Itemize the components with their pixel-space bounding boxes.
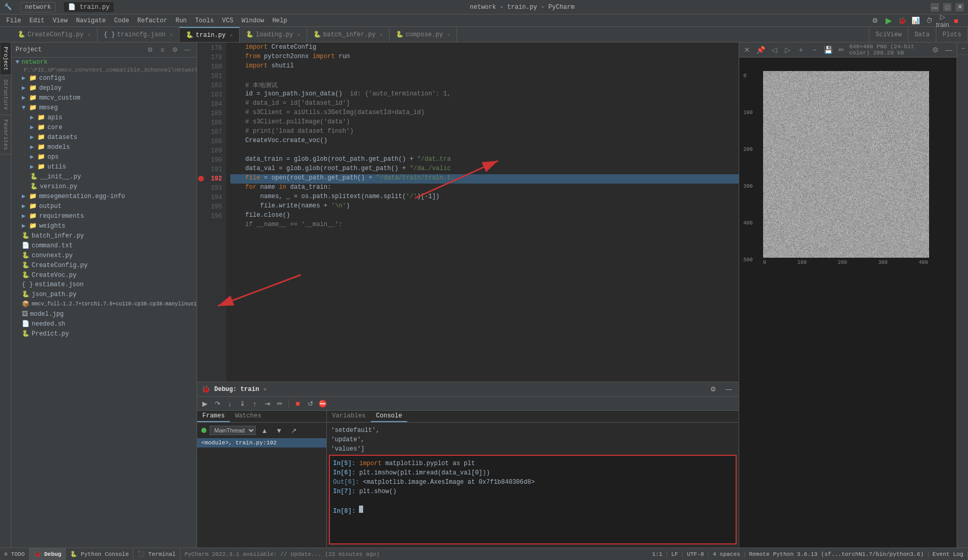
status-event-log[interactable]: Event Log <box>929 551 968 557</box>
restart-debug-button[interactable]: ↺ <box>305 398 316 409</box>
tab-frames[interactable]: Frames <box>197 411 230 422</box>
tree-ops[interactable]: ▶ 📁 ops <box>11 152 197 162</box>
tab-loading[interactable]: 🐍 loading.py ✕ <box>240 27 307 42</box>
tab-console[interactable]: Console <box>371 411 407 422</box>
settings-button[interactable]: ⚙ <box>869 15 881 26</box>
menu-vcs[interactable]: VCS <box>218 16 238 25</box>
stop-debug-button[interactable]: ■ <box>292 398 303 409</box>
tab-traincfg[interactable]: { } traincfg.json ✕ <box>98 27 179 42</box>
tab-compose[interactable]: 🐍 compose.py ✕ <box>390 27 457 42</box>
tree-command-txt[interactable]: 📄 command.txt <box>11 241 197 250</box>
status-line-endings[interactable]: LF <box>667 551 683 557</box>
sciview-prev-btn[interactable]: ◁ <box>768 44 780 55</box>
thread-selector[interactable]: MainThread <box>210 426 256 435</box>
tree-mmseg[interactable]: ▼ 📁 mmseg <box>11 103 197 113</box>
minimize-button[interactable]: — <box>931 3 939 11</box>
tree-output[interactable]: ▶ 📁 output <box>11 201 197 211</box>
sciview-close-btn[interactable]: ✕ <box>741 44 753 55</box>
tab-watches[interactable]: Watches <box>230 411 266 422</box>
resume-button[interactable]: ▶ <box>199 398 211 409</box>
menu-view[interactable]: View <box>49 16 72 25</box>
debug-run-button[interactable]: 🐞 <box>896 15 908 26</box>
step-out-button[interactable]: ↑ <box>249 398 260 409</box>
status-todo[interactable]: ≡ TODO <box>0 548 30 560</box>
tree-mmcv-whl[interactable]: 📦 mmcv_full-1.2.7+torch1.7.0+cu110-cp38-… <box>11 299 197 309</box>
tab-data[interactable]: Data <box>908 27 936 42</box>
tree-estimate-json[interactable]: { } estimate.json <box>11 280 197 289</box>
tree-predict-py[interactable]: 🐍 Predict.py <box>11 329 197 339</box>
sciview-pin-btn[interactable]: 📌 <box>755 44 766 55</box>
tree-utils[interactable]: ▶ 📁 utils <box>11 162 197 172</box>
mute-breakpoints-button[interactable]: ⛔ <box>317 398 328 409</box>
run-button[interactable]: ▶ <box>883 15 894 26</box>
code-content[interactable]: import CreateConfig from pytorch2onnx im… <box>226 43 739 382</box>
stop-button[interactable]: ■ <box>950 15 962 26</box>
menu-refactor[interactable]: Refactor <box>133 16 172 25</box>
tree-needed-sh[interactable]: 📄 needed.sh <box>11 319 197 329</box>
tree-mmcv-custom[interactable]: ▶ 📁 mmcv_custom <box>11 93 197 103</box>
menu-code[interactable]: Code <box>110 16 133 25</box>
sciview-zoom-out-btn[interactable]: − <box>809 44 820 55</box>
maximize-button[interactable]: □ <box>943 3 951 11</box>
menu-run[interactable]: Run <box>171 16 191 25</box>
force-step-into-button[interactable]: ⇓ <box>237 398 248 409</box>
thread-down[interactable]: ▼ <box>273 425 285 436</box>
right-tab-notifications[interactable]: ! <box>958 43 968 55</box>
thread-scroll-to[interactable]: ↗ <box>288 425 299 436</box>
tab-close-batch[interactable]: ✕ <box>380 32 383 38</box>
tree-createvoc-py[interactable]: 🐍 CreateVoc.py <box>11 270 197 280</box>
tree-requirements[interactable]: ▶ 📁 requirements <box>11 211 197 221</box>
tab-close-createconfig[interactable]: ✕ <box>88 32 91 38</box>
tree-version[interactable]: 🐍 version.py <box>11 181 197 191</box>
sidebar-tab-structure[interactable]: Structure <box>1 75 11 115</box>
sciview-settings-btn[interactable]: ⚙ <box>930 44 941 55</box>
coverage-button[interactable]: 📊 <box>910 15 921 26</box>
tab-close-loading[interactable]: ✕ <box>297 32 300 38</box>
run-config[interactable]: ▷ train <box>937 15 948 26</box>
debug-close[interactable]: ✕ <box>263 386 267 393</box>
status-encoding[interactable]: UTF-8 <box>683 551 709 557</box>
menu-edit[interactable]: Edit <box>25 16 49 25</box>
status-interpreter[interactable]: Remote Python 3.6.13 (sf...torchN1.7/bin… <box>745 551 929 557</box>
tree-init[interactable]: 🐍 __init__.py <box>11 172 197 181</box>
scroll-from-source-button[interactable]: ≡ <box>157 45 168 55</box>
debug-settings[interactable]: ⚙ <box>708 384 719 395</box>
tree-deploy[interactable]: ▶ 📁 deploy <box>11 83 197 93</box>
tab-close-traincfg[interactable]: ✕ <box>170 32 173 38</box>
tree-createconfig-py[interactable]: 🐍 CreateConfig.py <box>11 260 197 270</box>
frame-item-module[interactable]: <module>, train.py:192 <box>197 438 326 447</box>
sidebar-tab-project[interactable]: Project <box>1 43 11 75</box>
menu-tools[interactable]: Tools <box>191 16 218 25</box>
tree-apis[interactable]: ▶ 📁 apis <box>11 113 197 122</box>
menu-help[interactable]: Help <box>268 16 292 25</box>
tree-datasets[interactable]: ▶ 📁 datasets <box>11 132 197 142</box>
tree-core[interactable]: ▶ 📁 core <box>11 122 197 132</box>
menu-file[interactable]: File <box>2 16 25 25</box>
sciview-edit-btn[interactable]: ✏ <box>836 44 847 55</box>
tab-train[interactable]: 🐍 train.py ✕ <box>179 27 240 42</box>
collapse-all-button[interactable]: ⚙ <box>145 45 155 55</box>
status-python-console[interactable]: 🐍 Python Console <box>66 548 133 560</box>
step-over-button[interactable]: ↷ <box>212 398 223 409</box>
tab-sciview[interactable]: SciView <box>869 27 908 42</box>
thread-up[interactable]: ▲ <box>259 425 270 436</box>
tab-plots[interactable]: Plots <box>936 27 968 42</box>
tab-batch-infer[interactable]: 🐍 batch_infer.py ✕ <box>307 27 390 42</box>
sidebar-tab-favorites[interactable]: Favorites <box>1 115 11 155</box>
menu-navigate[interactable]: Navigate <box>72 16 110 25</box>
tree-convnext-py[interactable]: 🐍 convnext.py <box>11 250 197 260</box>
sciview-zoom-in-btn[interactable]: + <box>795 44 807 55</box>
step-into-button[interactable]: ↓ <box>224 398 236 409</box>
tree-weights[interactable]: ▶ 📁 weights <box>11 221 197 231</box>
sciview-min-btn[interactable]: — <box>943 44 955 55</box>
tree-configs[interactable]: ▶ 📁 configs <box>11 73 197 83</box>
project-settings-button[interactable]: ⚙ <box>170 45 180 55</box>
expand-button[interactable]: — <box>182 45 192 55</box>
tab-close-compose[interactable]: ✕ <box>447 32 450 38</box>
tree-models[interactable]: ▶ 📁 models <box>11 142 197 152</box>
tab-variables[interactable]: Variables <box>327 411 371 422</box>
profile-button[interactable]: ⏱ <box>923 15 935 26</box>
network-tab[interactable]: network <box>20 2 56 12</box>
debug-minimize[interactable]: — <box>723 384 735 395</box>
console-box[interactable]: In[5]: import matplotlib.pyplot as plt I… <box>329 455 737 544</box>
